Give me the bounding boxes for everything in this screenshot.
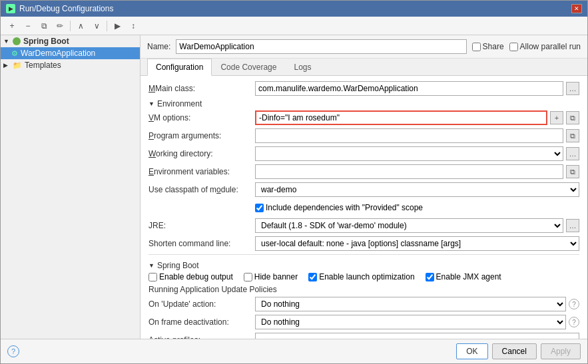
tab-configuration[interactable]: Configuration: [147, 59, 212, 76]
spring-icon: [13, 37, 21, 45]
spring-boot-section-label: Spring Boot: [157, 261, 199, 270]
vm-options-add-button[interactable]: +: [550, 111, 563, 124]
toolbar: + − ⧉ ✏ ∧ ∨ ▶ ↕: [1, 17, 587, 35]
main-class-input[interactable]: [255, 81, 563, 96]
enable-debug-label[interactable]: Enable debug output: [148, 272, 233, 281]
on-update-row: On 'Update' action: Do nothing Update cl…: [148, 297, 579, 311]
program-args-expand-button[interactable]: ⧉: [566, 129, 579, 142]
move-down-button[interactable]: ∨: [89, 19, 104, 33]
edit-button[interactable]: ✏: [53, 19, 67, 33]
tabs: Configuration Code Coverage Logs: [141, 59, 587, 76]
sort-button[interactable]: ↕: [126, 19, 141, 33]
env-vars-row: Environment variables: ⧉: [148, 164, 579, 179]
shorten-cmd-select[interactable]: user-local default: none - java [options…: [255, 236, 579, 251]
jre-label: JRE:: [148, 221, 255, 230]
ok-button[interactable]: OK: [456, 343, 487, 359]
vm-options-field: + ⧉: [255, 110, 579, 125]
enable-debug-text: Enable debug output: [159, 272, 233, 281]
env-vars-label: Environment variables:: [148, 167, 255, 176]
cancel-button[interactable]: Cancel: [492, 343, 537, 359]
enable-jmx-checkbox[interactable]: [426, 273, 434, 281]
tab-code-coverage[interactable]: Code Coverage: [212, 59, 285, 76]
on-frame-row: On frame deactivation: Do nothing Update…: [148, 315, 579, 329]
shorten-cmd-label: Shorten command line:: [148, 239, 255, 248]
enable-debug-checkbox[interactable]: [148, 273, 157, 281]
include-deps-field: Include dependencies with "Provided" sco…: [255, 203, 579, 212]
left-panel: ▼ Spring Boot ⚙ WarDemoApplication ▶ 📁 T…: [1, 35, 141, 339]
separator: [70, 21, 71, 31]
add-button[interactable]: +: [5, 19, 19, 33]
enable-launch-checkbox[interactable]: [308, 273, 317, 281]
name-right: Share Allow parallel run: [472, 42, 581, 51]
allow-parallel-checkbox[interactable]: [509, 43, 518, 51]
hide-banner-text: Hide banner: [254, 272, 298, 281]
env-vars-expand-button[interactable]: ⧉: [566, 165, 579, 178]
footer: ? OK Cancel Apply: [1, 339, 587, 363]
help-icon[interactable]: ?: [7, 345, 19, 357]
tree-item-templates[interactable]: ▶ 📁 Templates: [1, 59, 140, 71]
include-deps-checkbox[interactable]: [255, 204, 264, 212]
on-update-label: On 'Update' action:: [148, 299, 255, 309]
spring-boot-section-header: ▼ Spring Boot: [148, 261, 579, 270]
enable-jmx-label[interactable]: Enable JMX agent: [426, 272, 501, 281]
vm-options-label: VM options:: [148, 113, 255, 122]
window-title: Run/Debug Configurations: [19, 4, 113, 13]
program-args-input[interactable]: [255, 128, 563, 143]
allow-parallel-checkbox-label[interactable]: Allow parallel run: [509, 42, 581, 51]
shorten-cmd-field: user-local default: none - java [options…: [255, 236, 579, 251]
on-frame-help-icon[interactable]: ?: [569, 317, 579, 327]
active-profiles-input[interactable]: [255, 333, 579, 339]
enable-jmx-text: Enable JMX agent: [436, 272, 501, 281]
name-label: Name:: [147, 42, 170, 51]
allow-parallel-label: Allow parallel run: [520, 42, 581, 51]
program-args-label: Program arguments:: [148, 131, 255, 140]
expand-arrow: ▼: [3, 38, 10, 45]
close-button[interactable]: ✕: [571, 4, 582, 13]
tab-content: MMain class: … ▼ Environment VM options:: [141, 76, 587, 339]
jre-select[interactable]: Default (1.8 - SDK of 'war-demo' module): [255, 218, 563, 233]
running-policies-label: Running Application Update Policies: [148, 285, 579, 294]
env-vars-field: ⧉: [255, 164, 579, 179]
classpath-select[interactable]: war-demo: [255, 182, 579, 197]
jre-browse-button[interactable]: …: [566, 219, 579, 232]
include-deps-text: Include dependencies with "Provided" sco…: [266, 203, 423, 212]
apply-button[interactable]: Apply: [541, 343, 581, 359]
main-class-browse-button[interactable]: …: [566, 82, 579, 95]
spring-boot-label: Spring Boot: [23, 37, 69, 46]
remove-button[interactable]: −: [21, 19, 35, 33]
program-args-row: Program arguments: ⧉: [148, 128, 579, 143]
share-checkbox-label[interactable]: Share: [472, 42, 504, 51]
include-deps-label[interactable]: Include dependencies with "Provided" sco…: [255, 203, 423, 212]
tree-item-war-demo-app[interactable]: ⚙ WarDemoApplication: [1, 47, 140, 59]
on-update-select[interactable]: Do nothing Update classes and resources …: [255, 297, 566, 311]
working-dir-select[interactable]: [255, 146, 563, 161]
separator2: [107, 21, 107, 31]
working-dir-field: …: [255, 146, 579, 161]
footer-buttons: OK Cancel Apply: [456, 343, 581, 359]
env-vars-input[interactable]: [255, 164, 563, 179]
working-dir-row: Working directory: …: [148, 146, 579, 161]
on-frame-select[interactable]: Do nothing Update classes and resources …: [255, 315, 566, 329]
move-up-button[interactable]: ∧: [73, 19, 88, 33]
vm-options-input[interactable]: [255, 110, 547, 125]
main-class-row: MMain class: …: [148, 81, 579, 96]
name-input[interactable]: [176, 39, 466, 54]
on-update-help-icon[interactable]: ?: [569, 299, 579, 309]
hide-banner-label[interactable]: Hide banner: [244, 272, 298, 281]
hide-banner-checkbox[interactable]: [244, 273, 252, 281]
tab-logs[interactable]: Logs: [285, 59, 320, 76]
main-class-field: …: [255, 81, 579, 96]
name-bar: Name: Share Allow parallel run: [141, 35, 587, 59]
run-button[interactable]: ▶: [110, 19, 125, 33]
vm-options-expand-button[interactable]: ⧉: [566, 111, 579, 124]
templates-label: Templates: [25, 61, 61, 70]
share-checkbox[interactable]: [472, 43, 481, 51]
copy-button[interactable]: ⧉: [37, 19, 51, 33]
spring-boot-section: ▼ Spring Boot Enable debug output Hide b…: [148, 254, 579, 339]
tree-item-spring-boot[interactable]: ▼ Spring Boot: [1, 35, 140, 47]
shorten-cmd-row: Shorten command line: user-local default…: [148, 236, 579, 251]
enable-launch-label[interactable]: Enable launch optimization: [308, 272, 414, 281]
working-dir-browse-button[interactable]: …: [566, 147, 579, 160]
title-bar-controls: ✕: [571, 4, 582, 13]
window-icon: ▶: [6, 4, 15, 13]
